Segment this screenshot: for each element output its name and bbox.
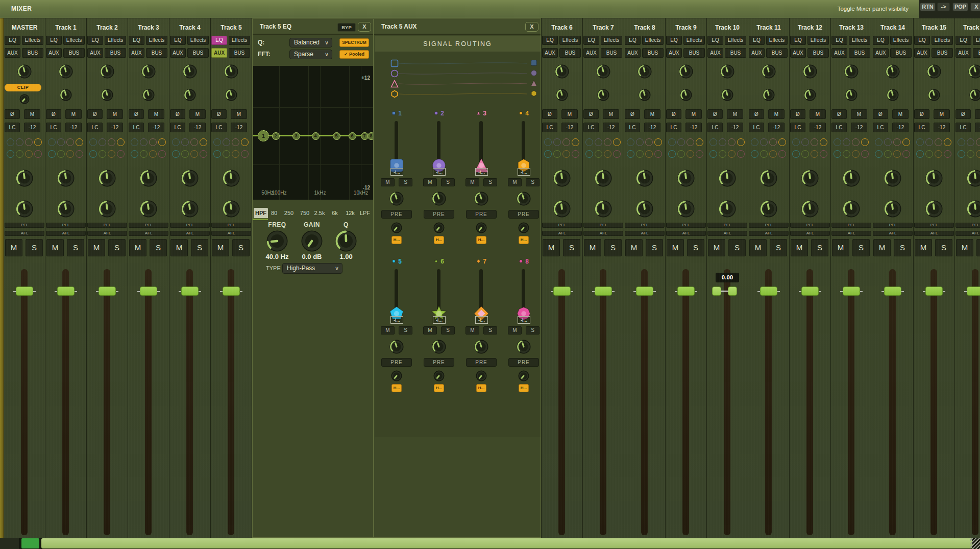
input-gain-knob[interactable] bbox=[17, 64, 32, 79]
pan-knob[interactable] bbox=[639, 89, 651, 101]
eq-graph[interactable]: +12-121234567850Hz100Hz1kHz10kHz bbox=[253, 66, 373, 200]
afl-button[interactable]: AFL bbox=[542, 231, 582, 236]
pad-button[interactable]: -12 bbox=[107, 123, 123, 132]
phase-button[interactable]: Ø bbox=[749, 109, 764, 119]
aux-button[interactable]: AUX bbox=[542, 48, 558, 58]
mono-button[interactable]: M bbox=[851, 109, 867, 119]
solo-button[interactable]: S bbox=[770, 239, 787, 256]
pfl-button[interactable]: PFL bbox=[749, 223, 789, 228]
aux-button[interactable]: AUX bbox=[749, 48, 765, 58]
fader-handle[interactable] bbox=[677, 287, 695, 296]
aux-button[interactable]: AUX bbox=[625, 48, 641, 58]
effects-button[interactable]: Effects bbox=[890, 36, 912, 45]
route-arrow-button[interactable]: -> bbox=[937, 3, 950, 11]
send-trim-knob[interactable] bbox=[433, 222, 445, 233]
aux-a-knob[interactable] bbox=[925, 170, 943, 187]
send-level-value[interactable]: -i... bbox=[390, 168, 403, 176]
aux-a-knob[interactable] bbox=[760, 170, 777, 187]
send-key-button[interactable]: H... bbox=[476, 236, 486, 244]
mono-button[interactable]: M bbox=[24, 109, 40, 119]
bus-button[interactable]: BUS bbox=[683, 48, 705, 58]
mono-button[interactable]: M bbox=[727, 109, 743, 119]
pad-button[interactable]: -12 bbox=[189, 123, 206, 132]
eq-button[interactable]: EQ bbox=[666, 36, 682, 45]
aux-button[interactable]: AUX bbox=[666, 48, 682, 58]
fader-handle[interactable] bbox=[760, 287, 777, 296]
pan-knob[interactable] bbox=[845, 89, 857, 101]
aux-a-knob[interactable] bbox=[223, 170, 240, 187]
low-cut-button[interactable]: LC bbox=[914, 123, 929, 132]
pre-fader-button[interactable]: PRE bbox=[424, 358, 454, 367]
low-cut-button[interactable]: LC bbox=[625, 123, 640, 132]
afl-button[interactable]: AFL bbox=[5, 231, 44, 236]
input-gain-knob[interactable] bbox=[555, 64, 569, 79]
pfl-button[interactable]: PFL bbox=[707, 223, 747, 228]
effects-button[interactable]: Effects bbox=[932, 36, 953, 45]
mute-button[interactable]: M bbox=[543, 239, 560, 256]
pfl-button[interactable]: PFL bbox=[873, 223, 913, 228]
low-cut-button[interactable]: LC bbox=[873, 123, 888, 132]
send-level-value[interactable]: -i... bbox=[475, 168, 488, 176]
mute-button[interactable]: M bbox=[46, 239, 64, 256]
low-cut-button[interactable]: LC bbox=[5, 123, 20, 132]
mute-button[interactable]: M bbox=[170, 239, 188, 256]
pan-knob[interactable] bbox=[101, 89, 113, 101]
mute-button[interactable]: M bbox=[88, 239, 105, 256]
bus-button[interactable]: BUS bbox=[766, 48, 788, 58]
bus-button[interactable]: BUS bbox=[187, 48, 209, 58]
afl-button[interactable]: AFL bbox=[583, 231, 623, 236]
send-solo-button[interactable]: S bbox=[399, 178, 412, 186]
mono-button[interactable]: M bbox=[65, 109, 82, 119]
fader-handle[interactable] bbox=[223, 287, 240, 296]
aux-b-knob[interactable] bbox=[181, 200, 199, 218]
mute-button[interactable]: M bbox=[5, 239, 22, 256]
mono-button[interactable]: M bbox=[644, 109, 660, 119]
aux-button[interactable]: AUX bbox=[790, 48, 806, 58]
aux-a-knob[interactable] bbox=[719, 170, 736, 187]
phase-button[interactable]: Ø bbox=[831, 109, 847, 119]
low-cut-button[interactable]: LC bbox=[211, 123, 227, 132]
pre-fader-button[interactable]: PRE bbox=[381, 358, 412, 367]
bus-button[interactable]: BUS bbox=[890, 48, 912, 58]
pre-fader-button[interactable]: PRE bbox=[466, 358, 497, 367]
send-pan-knob[interactable] bbox=[432, 192, 446, 206]
afl-button[interactable]: AFL bbox=[46, 231, 86, 236]
effects-button[interactable]: Effects bbox=[973, 36, 980, 45]
pan-knob[interactable] bbox=[887, 89, 899, 101]
pan-knob[interactable] bbox=[556, 89, 568, 101]
send-pan-knob[interactable] bbox=[389, 340, 404, 354]
pad-button[interactable]: -12 bbox=[975, 123, 980, 132]
eq-band-node-1[interactable]: 1 bbox=[258, 130, 269, 141]
aux-button[interactable]: AUX bbox=[87, 48, 103, 58]
send-pan-knob[interactable] bbox=[474, 192, 488, 206]
send-trim-knob[interactable] bbox=[518, 222, 529, 233]
input-gain-knob[interactable] bbox=[803, 64, 817, 79]
band-tab-12k[interactable]: 12k bbox=[343, 208, 357, 218]
band-tab-2.5k[interactable]: 2.5k bbox=[312, 208, 327, 218]
pad-button[interactable]: -12 bbox=[561, 123, 578, 132]
input-gain-knob[interactable] bbox=[927, 64, 941, 79]
send-level-value[interactable]: -i... bbox=[518, 316, 530, 324]
aux-b-knob[interactable] bbox=[16, 200, 33, 218]
eq-button[interactable]: EQ bbox=[914, 36, 930, 45]
send-key-button[interactable]: H... bbox=[434, 236, 444, 244]
eq-button[interactable]: EQ bbox=[831, 36, 847, 45]
scrollbar-nav-button[interactable] bbox=[21, 538, 39, 548]
afl-button[interactable]: AFL bbox=[129, 231, 168, 236]
send-solo-button[interactable]: S bbox=[399, 326, 412, 335]
eq-button[interactable]: EQ bbox=[5, 36, 20, 45]
eq-button[interactable]: EQ bbox=[625, 36, 641, 45]
gain-knob[interactable] bbox=[301, 230, 323, 252]
phase-button[interactable]: Ø bbox=[129, 109, 144, 119]
solo-button[interactable]: S bbox=[687, 239, 704, 256]
eq-close-button[interactable]: X bbox=[358, 22, 371, 32]
resize-grip[interactable] bbox=[970, 538, 980, 549]
pfl-button[interactable]: PFL bbox=[170, 223, 210, 228]
aux-button[interactable]: AUX bbox=[914, 48, 930, 58]
phase-button[interactable]: Ø bbox=[5, 109, 20, 119]
bus-button[interactable]: BUS bbox=[849, 48, 870, 58]
send-trim-knob[interactable] bbox=[476, 222, 487, 233]
send-mute-button[interactable]: M bbox=[381, 326, 395, 335]
aux-button[interactable]: AUX bbox=[46, 48, 62, 58]
aux-button[interactable]: AUX bbox=[170, 48, 186, 58]
